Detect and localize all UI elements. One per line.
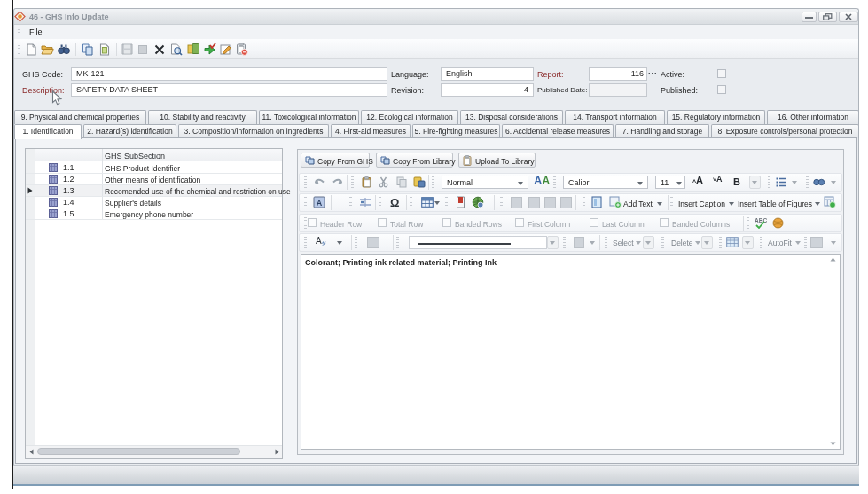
svg-text:A: A: [317, 199, 323, 208]
svg-text:ABC: ABC: [755, 217, 767, 223]
